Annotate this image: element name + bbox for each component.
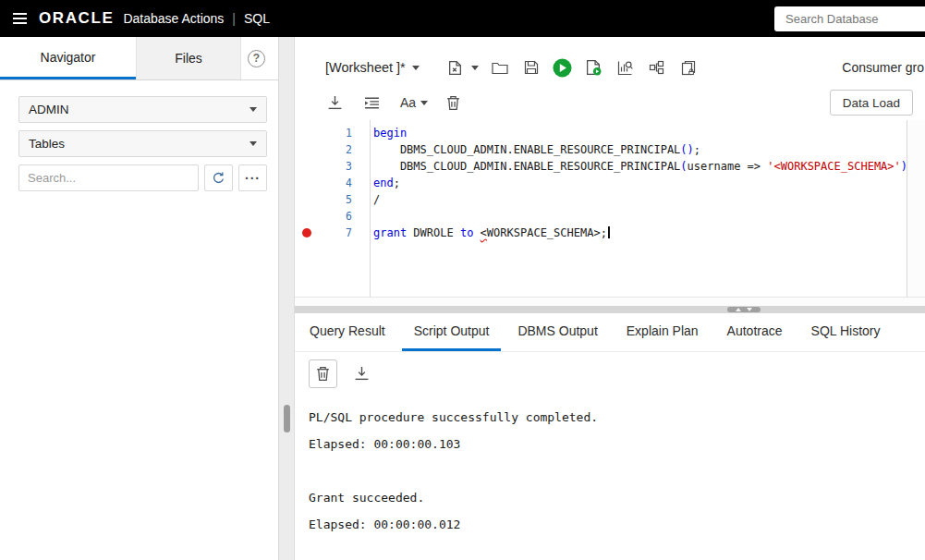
code-token: ; — [394, 177, 400, 189]
object-search-row: ··· — [18, 164, 267, 191]
tab-files[interactable]: Files — [136, 37, 241, 79]
gutter-line[interactable]: 7 — [295, 225, 370, 241]
code-token: grant — [373, 226, 407, 239]
results-panel: Query ResultScript OutputDBMS OutputExpl… — [295, 313, 925, 560]
data-load-button[interactable]: Data Load — [830, 90, 913, 116]
gutter-line[interactable]: 2 — [295, 141, 370, 158]
tab-sql-history[interactable]: SQL History — [799, 313, 893, 351]
explain-plan-button[interactable] — [614, 55, 638, 79]
product-name: SQL — [244, 11, 270, 26]
collapse-up-icon — [736, 308, 741, 311]
autotrace-button[interactable] — [645, 55, 669, 79]
save-button[interactable] — [519, 55, 543, 79]
gutter-line[interactable]: 4 — [295, 175, 370, 191]
open-file-button[interactable] — [488, 55, 512, 79]
code-line[interactable]: DBMS_CLOUD_ADMIN.ENABLE_RESOURCE_PRINCIP… — [371, 158, 907, 175]
run-statement-button[interactable] — [551, 55, 575, 79]
sql-history-button[interactable] — [676, 55, 700, 79]
gutter-line[interactable]: 1 — [295, 125, 370, 141]
panel-splitter[interactable] — [295, 306, 925, 313]
splitter-handle[interactable] — [727, 307, 761, 312]
tab-navigator[interactable]: Navigator — [0, 37, 136, 79]
editor-horizontal-scrollbar[interactable] — [295, 297, 925, 306]
code-lines[interactable]: begin DBMS_CLOUD_ADMIN.ENABLE_RESOURCE_P… — [371, 120, 907, 297]
line-number: 3 — [346, 160, 352, 173]
download-icon — [354, 366, 370, 381]
collapse-down-icon — [747, 308, 752, 311]
tab-autotrace[interactable]: Autotrace — [715, 313, 795, 351]
clear-output-button[interactable] — [309, 359, 337, 388]
trash-icon — [316, 366, 330, 382]
code-line[interactable]: DBMS_CLOUD_ADMIN.ENABLE_RESOURCE_PRINCIP… — [371, 141, 907, 158]
code-token: begin — [373, 127, 407, 140]
code-token: username => — [688, 160, 768, 173]
code-line[interactable]: end; — [371, 175, 907, 191]
code-token: DBMS_CLOUD_ADMIN.ENABLE_RESOURCE_PRINCIP… — [373, 143, 680, 156]
sidebar-body: ADMIN Tables ··· — [0, 80, 278, 191]
code-token: DBMS_CLOUD_ADMIN.ENABLE_RESOURCE_PRINCIP… — [373, 160, 680, 173]
output-line: PL/SQL procedure successfully completed. — [309, 404, 925, 431]
output-line: Grant succeeded. — [309, 484, 925, 511]
oracle-logo: ORACLE — [39, 9, 114, 28]
worksheet-toolbar-row2: Aa Data Load — [295, 85, 925, 120]
tab-dbms-output[interactable]: DBMS Output — [505, 313, 609, 351]
sidebar-tab-bar: Navigator Files ? — [0, 37, 278, 80]
line-number: 2 — [346, 143, 352, 156]
worksheet-panel: [Worksheet ]* — [294, 37, 925, 560]
code-line[interactable] — [371, 208, 907, 225]
download-output-button[interactable] — [349, 361, 373, 385]
ellipsis-icon: ··· — [245, 172, 261, 185]
download-worksheet-button[interactable] — [323, 91, 347, 115]
tab-script-output[interactable]: Script Output — [402, 313, 502, 351]
refresh-icon — [212, 171, 225, 185]
clear-worksheet-button[interactable] — [441, 91, 465, 115]
help-icon[interactable]: ? — [248, 50, 265, 67]
object-type-select[interactable]: Tables — [18, 130, 267, 157]
app-name: Database Actions — [123, 11, 224, 26]
new-worksheet-icon — [448, 60, 462, 76]
line-number: 5 — [346, 193, 352, 206]
bottom-tabs: Query ResultScript OutputDBMS OutputExpl… — [295, 313, 925, 352]
top-bar: ORACLE Database Actions | SQL — [0, 0, 925, 37]
new-worksheet-chevron[interactable] — [471, 66, 479, 70]
more-options-button[interactable]: ··· — [238, 164, 267, 191]
folder-icon — [492, 61, 508, 75]
consumer-group-label[interactable]: Consumer gro — [842, 60, 925, 75]
tab-query-result[interactable]: Query Result — [298, 313, 397, 351]
object-search-input[interactable] — [18, 164, 199, 191]
gutter-line[interactable]: 6 — [295, 208, 370, 225]
breakpoint-dot[interactable] — [302, 228, 311, 237]
search-database-input[interactable] — [774, 12, 925, 26]
sidebar-splitter-handle[interactable] — [284, 405, 290, 432]
script-output-text: PL/SQL procedure successfully completed.… — [295, 395, 925, 538]
line-number: 6 — [346, 210, 352, 223]
text-cursor — [608, 226, 610, 238]
code-line[interactable]: grant DWROLE to <WORKSPACE_SCHEMA>; — [371, 225, 907, 241]
editor-vertical-scrollbar[interactable] — [907, 120, 925, 297]
code-line[interactable]: / — [371, 191, 907, 208]
gutter-line[interactable]: 5 — [295, 191, 370, 208]
format-button[interactable] — [359, 91, 383, 115]
save-icon — [524, 60, 539, 75]
sql-editor[interactable]: 1234567 begin DBMS_CLOUD_ADMIN.ENABLE_RE… — [295, 120, 925, 297]
worksheet-selector[interactable]: [Worksheet ]* — [325, 60, 420, 75]
code-token: ; — [694, 143, 700, 156]
chevron-down-icon — [412, 66, 420, 70]
search-database-box — [774, 6, 925, 31]
tab-explain-plan[interactable]: Explain Plan — [615, 313, 711, 351]
menu-icon[interactable] — [0, 0, 39, 37]
new-worksheet-button[interactable] — [444, 55, 468, 79]
sidebar-splitter[interactable] — [280, 37, 294, 560]
font-size-button[interactable]: Aa — [400, 95, 428, 110]
code-token: / — [373, 193, 380, 206]
code-line[interactable]: begin — [371, 125, 907, 141]
gutter-line[interactable]: 3 — [295, 158, 370, 175]
pages-lock-icon — [681, 60, 696, 76]
refresh-button[interactable] — [204, 164, 233, 191]
gutter-lines: 1234567 — [295, 120, 371, 297]
run-script-button[interactable] — [582, 55, 606, 79]
schema-select-value: ADMIN — [29, 103, 69, 116]
navigator-panel: Navigator Files ? ADMIN Tables ··· — [0, 37, 279, 560]
schema-select[interactable]: ADMIN — [18, 96, 267, 123]
output-line — [309, 457, 925, 484]
